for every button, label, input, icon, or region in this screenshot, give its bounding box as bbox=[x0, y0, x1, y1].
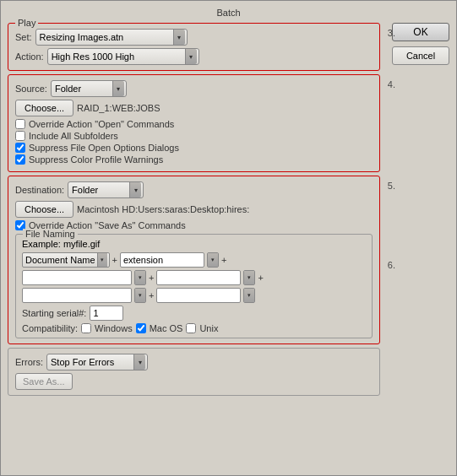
dest-choose-row: Choose... Macintosh HD:Users:saras:Deskt… bbox=[15, 201, 373, 218]
set-row: Set: Resizing Images.atn ▾ bbox=[15, 29, 373, 46]
windows-checkbox[interactable] bbox=[81, 323, 91, 333]
set-label: Set: bbox=[15, 32, 32, 42]
plus2b: + bbox=[258, 273, 263, 283]
suppress-color-checkbox[interactable] bbox=[15, 154, 25, 165]
step3-label: 3. bbox=[388, 28, 395, 38]
action-value: High Res 1000 High bbox=[52, 51, 183, 62]
windows-label: Windows bbox=[95, 323, 133, 333]
right-panel: OK Cancel bbox=[385, 23, 449, 468]
plus3: + bbox=[149, 290, 154, 300]
override-open-checkbox[interactable] bbox=[15, 119, 25, 129]
play-section: Play Set: Resizing Images.atn ▾ Action: … bbox=[8, 23, 380, 71]
file-naming-label: File Naming bbox=[23, 229, 78, 239]
source-label: Source: bbox=[15, 84, 47, 94]
dest-row: Destination: Folder ▾ bbox=[15, 181, 373, 198]
dest-select[interactable]: Folder ▾ bbox=[68, 181, 144, 198]
step6-label: 6. bbox=[388, 260, 395, 270]
cb4-row: Suppress Color Profile Warnings bbox=[15, 154, 373, 165]
batch-dialog: Batch Play Set: Resizing Images.atn ▾ Ac… bbox=[0, 0, 457, 476]
cb4-label: Suppress Color Profile Warnings bbox=[29, 154, 163, 165]
macos-checkbox[interactable] bbox=[136, 323, 146, 333]
step5-label: 5. bbox=[388, 181, 395, 191]
naming-input-3a[interactable] bbox=[22, 288, 132, 303]
naming-input-3b[interactable] bbox=[156, 288, 241, 303]
ok-button[interactable]: OK bbox=[392, 23, 449, 41]
serial-label: Starting serial#: bbox=[22, 308, 86, 318]
save-as-button[interactable]: Save As... bbox=[15, 373, 73, 390]
dest-value: Folder bbox=[72, 185, 128, 195]
source-select[interactable]: Folder ▾ bbox=[51, 80, 127, 97]
cb1-row: Override Action "Open" Commands bbox=[15, 119, 373, 129]
plus2: + bbox=[149, 273, 154, 283]
cb3-row: Suppress File Open Options Dialogs bbox=[15, 143, 373, 153]
serial-row: Starting serial#: bbox=[22, 306, 366, 321]
naming-select-3a-arrow: ▾ bbox=[135, 289, 145, 302]
dialog-title: Batch bbox=[8, 8, 449, 18]
destination-section: Destination: Folder ▾ Choose... Macintos… bbox=[8, 176, 380, 344]
source-section: Source: Folder ▾ Choose... RAID_1:WEB:JO… bbox=[8, 74, 380, 172]
main-content: Play Set: Resizing Images.atn ▾ Action: … bbox=[8, 23, 449, 468]
action-row: Action: High Res 1000 High ▾ bbox=[15, 48, 373, 65]
errors-select[interactable]: Stop For Errors ▾ bbox=[46, 354, 148, 371]
action-select[interactable]: High Res 1000 High ▾ bbox=[47, 48, 199, 65]
naming-select-2b[interactable]: ▾ bbox=[243, 270, 255, 285]
dest-choose-button[interactable]: Choose... bbox=[15, 201, 73, 218]
errors-section: Errors: Stop For Errors ▾ Save As... bbox=[8, 348, 380, 396]
action-label: Action: bbox=[15, 51, 44, 62]
file-naming-section: File Naming Example: myfile.gif Document… bbox=[15, 234, 373, 338]
errors-value: Stop For Errors bbox=[51, 357, 132, 367]
naming-select-3b[interactable]: ▾ bbox=[243, 288, 255, 303]
errors-row: Errors: Stop For Errors ▾ bbox=[15, 354, 373, 371]
macos-label: Mac OS bbox=[150, 323, 183, 333]
destination-section-wrapper: Destination: Folder ▾ Choose... Macintos… bbox=[8, 176, 380, 344]
naming-input-2b[interactable] bbox=[156, 270, 241, 285]
naming-select-1-text: Document Name bbox=[25, 255, 95, 265]
cb3-label: Suppress File Open Options Dialogs bbox=[29, 143, 179, 153]
source-row: Source: Folder ▾ bbox=[15, 80, 373, 97]
naming-select-1[interactable]: Document Name ▾ bbox=[22, 252, 110, 268]
naming-input-2a[interactable] bbox=[22, 270, 132, 285]
naming-select-1-arrow: ▾ bbox=[97, 253, 107, 267]
action-arrow-icon: ▾ bbox=[185, 49, 197, 64]
set-value: Resizing Images.atn bbox=[40, 32, 171, 42]
naming-select-3a[interactable]: ▾ bbox=[134, 288, 146, 303]
cb1-label: Override Action "Open" Commands bbox=[29, 119, 174, 129]
cb2-row: Include All Subfolders bbox=[15, 131, 373, 141]
plus1b: + bbox=[221, 255, 226, 265]
play-section-wrapper: Play Set: Resizing Images.atn ▾ Action: … bbox=[8, 23, 380, 71]
plus1: + bbox=[112, 255, 117, 265]
source-value: Folder bbox=[55, 84, 111, 94]
compat-label: Compatibility: bbox=[22, 323, 78, 333]
example-text: Example: myfile.gif bbox=[22, 239, 366, 249]
save-as-row: Save As... bbox=[15, 373, 373, 390]
naming-select-2a[interactable]: ▾ bbox=[134, 270, 146, 285]
play-label: Play bbox=[15, 18, 38, 28]
source-choose-row: Choose... RAID_1:WEB:JOBS bbox=[15, 100, 373, 116]
include-subfolders-checkbox[interactable] bbox=[15, 131, 25, 141]
naming-row-3: ▾ + ▾ bbox=[22, 288, 366, 303]
suppress-open-checkbox[interactable] bbox=[15, 143, 25, 153]
left-panel: Play Set: Resizing Images.atn ▾ Action: … bbox=[8, 23, 380, 468]
unix-checkbox[interactable] bbox=[186, 323, 196, 333]
naming-select-3b-arrow: ▾ bbox=[244, 289, 254, 302]
cb2-label: Include All Subfolders bbox=[29, 131, 118, 141]
naming-select-1b[interactable]: ▾ bbox=[207, 252, 219, 268]
source-arrow-icon: ▾ bbox=[112, 81, 124, 96]
naming-select-2b-arrow: ▾ bbox=[244, 271, 254, 284]
naming-select-2a-arrow: ▾ bbox=[135, 271, 145, 284]
source-section-wrapper: Source: Folder ▾ Choose... RAID_1:WEB:JO… bbox=[8, 74, 380, 172]
serial-input[interactable] bbox=[90, 306, 123, 321]
naming-row-1: Document Name ▾ + ▾ + bbox=[22, 252, 366, 268]
step4-label: 4. bbox=[388, 79, 395, 89]
source-path: RAID_1:WEB:JOBS bbox=[77, 103, 160, 113]
errors-label: Errors: bbox=[15, 357, 43, 367]
dest-label: Destination: bbox=[15, 185, 64, 195]
unix-label: Unix bbox=[199, 323, 218, 333]
dest-path: Macintosh HD:Users:saras:Desktop:hires: bbox=[77, 204, 249, 214]
set-select[interactable]: Resizing Images.atn ▾ bbox=[35, 29, 188, 46]
cancel-button[interactable]: Cancel bbox=[392, 46, 449, 65]
set-arrow-icon: ▾ bbox=[173, 30, 185, 45]
naming-row-2: ▾ + ▾ + bbox=[22, 270, 366, 285]
naming-input-1[interactable] bbox=[120, 252, 204, 268]
source-choose-button[interactable]: Choose... bbox=[15, 100, 73, 116]
